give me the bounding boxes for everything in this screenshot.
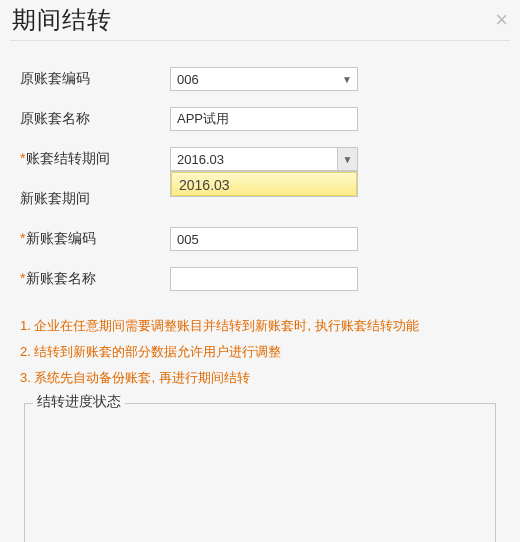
label-new-period: 新账套期间 [20,190,170,208]
notes: 1. 企业在任意期间需要调整账目并结转到新账套时, 执行账套结转功能 2. 结转… [0,307,520,391]
status-legend: 结转进度状态 [33,393,125,411]
required-mark: * [20,150,25,166]
status-group: 结转进度状态 [24,403,496,542]
new-name-input[interactable] [170,267,358,291]
label-source-code: 原账套编码 [20,70,170,88]
form: 原账套编码 006 ▼ 原账套名称 APP试用 *账套结转期间 2016.03 [0,41,520,291]
row-source-code: 原账套编码 006 ▼ [20,67,500,91]
period-combo[interactable]: 2016.03 ▼ [170,147,358,171]
row-new-name: *新账套名称 [20,267,500,291]
label-new-code: *新账套编码 [20,230,170,248]
dialog-title: 期间结转 [12,4,112,36]
row-new-code: *新账套编码 005 [20,227,500,251]
chevron-down-icon[interactable]: ▼ [337,148,357,170]
label-source-name: 原账套名称 [20,110,170,128]
chevron-down-icon[interactable]: ▼ [337,68,357,90]
period-carryover-dialog: 期间结转 × 原账套编码 006 ▼ 原账套名称 APP试用 *账套结转期间 [0,0,520,542]
close-icon[interactable]: × [495,9,508,31]
new-code-input[interactable]: 005 [170,227,358,251]
row-period: *账套结转期间 2016.03 ▼ 2016.03 [20,147,500,171]
source-name-value: APP试用 [171,110,357,128]
label-period: *账套结转期间 [20,150,170,168]
note-1: 1. 企业在任意期间需要调整账目并结转到新账套时, 执行账套结转功能 [20,313,500,339]
new-code-value: 005 [171,232,357,247]
period-dropdown: 2016.03 [170,171,358,197]
source-name-input[interactable]: APP试用 [170,107,358,131]
required-mark: * [20,230,25,246]
note-2: 2. 结转到新账套的部分数据允许用户进行调整 [20,339,500,365]
required-mark: * [20,270,25,286]
row-source-name: 原账套名称 APP试用 [20,107,500,131]
period-dropdown-option[interactable]: 2016.03 [171,172,357,196]
period-value: 2016.03 [171,152,337,167]
source-code-value: 006 [171,72,337,87]
dialog-header: 期间结转 × [0,0,520,40]
label-new-name: *新账套名称 [20,270,170,288]
note-3: 3. 系统先自动备份账套, 再进行期间结转 [20,365,500,391]
source-code-combo[interactable]: 006 ▼ [170,67,358,91]
